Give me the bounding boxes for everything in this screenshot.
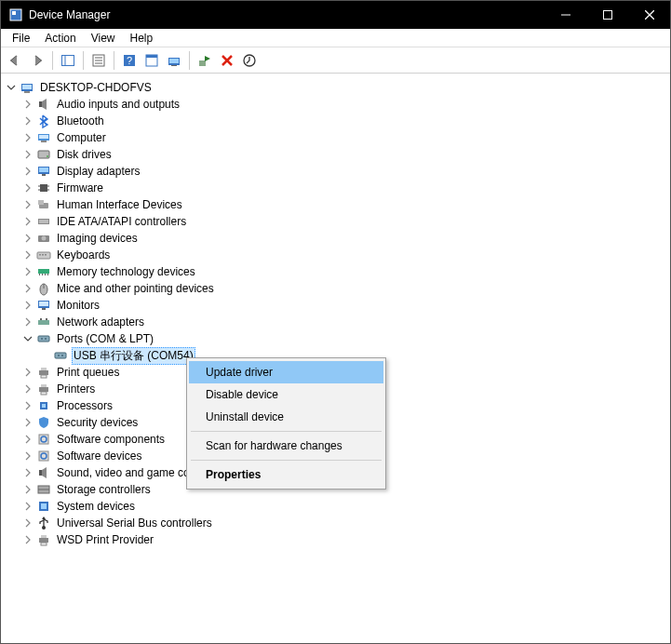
window-controls (544, 1, 670, 29)
svg-rect-1 (12, 11, 16, 15)
tree-node-cat-11[interactable]: Mice and other pointing devices (3, 280, 668, 297)
network-icon (36, 315, 51, 329)
svg-rect-3 (603, 11, 611, 20)
tree-node-cat-13[interactable]: Network adapters (3, 314, 668, 330)
chevron-right-icon[interactable] (23, 267, 36, 276)
chevron-right-icon[interactable] (23, 116, 36, 126)
tree-node-label: Audio inputs and outputs (55, 98, 181, 111)
show-hidden-button[interactable] (58, 50, 78, 71)
scan-hardware-button[interactable] (164, 50, 184, 71)
chevron-down-icon[interactable] (7, 83, 20, 92)
forward-button[interactable] (27, 50, 47, 71)
chevron-right-icon[interactable] (23, 200, 36, 209)
chevron-right-icon[interactable] (23, 401, 36, 410)
menubar: File Action View Help (1, 29, 670, 47)
svg-rect-85 (41, 503, 47, 509)
context-menu-separator (191, 460, 382, 461)
chevron-right-icon[interactable] (23, 435, 36, 444)
chevron-right-icon[interactable] (23, 250, 36, 260)
svg-rect-18 (171, 65, 177, 66)
uninstall-button[interactable] (217, 50, 237, 71)
chevron-right-icon[interactable] (23, 150, 36, 159)
chevron-right-icon[interactable] (23, 451, 36, 461)
tree-node-root[interactable]: DESKTOP-CHDOFVS (3, 79, 668, 96)
tree-node-cat-12[interactable]: Monitors (3, 297, 668, 314)
chevron-down-icon[interactable] (23, 334, 36, 343)
properties-button[interactable] (88, 50, 109, 71)
svg-rect-19 (199, 60, 206, 66)
tree-node-cat-5[interactable]: Firmware (3, 180, 668, 196)
tree-node-cat-9[interactable]: Keyboards (3, 247, 668, 263)
svg-rect-62 (46, 318, 47, 320)
chevron-right-icon[interactable] (23, 468, 36, 477)
chevron-right-icon[interactable] (23, 518, 36, 528)
tree-node-cat-8[interactable]: Imaging devices (3, 230, 668, 247)
svg-rect-35 (40, 184, 47, 192)
context-menu-item-properties[interactable]: Properties (189, 463, 383, 486)
chevron-right-icon[interactable] (23, 133, 36, 142)
cpu-icon (36, 398, 51, 413)
svg-rect-63 (38, 336, 49, 342)
tree-node-label: Network adapters (55, 315, 146, 329)
toolbar-separator (189, 51, 190, 70)
chevron-right-icon[interactable] (23, 234, 36, 243)
tree-node-label: Imaging devices (55, 232, 140, 245)
menu-action[interactable]: Action (37, 30, 83, 47)
tree-node-cat-2[interactable]: Computer (3, 129, 668, 146)
sw-icon (36, 449, 51, 463)
chevron-right-icon[interactable] (23, 183, 36, 193)
close-button[interactable] (628, 1, 670, 29)
chevron-right-icon[interactable] (23, 502, 36, 511)
context-menu-item-disable-device[interactable]: Disable device (189, 383, 383, 406)
chevron-right-icon[interactable] (23, 485, 36, 494)
tree-node-cat-25[interactable]: WSD Print Provider (3, 531, 668, 548)
context-menu-item-scan-for-hardware-changes[interactable]: Scan for hardware changes (189, 435, 383, 457)
svg-rect-76 (42, 404, 46, 408)
tree-node-label: System devices (55, 500, 137, 513)
tree-node-cat-0[interactable]: Audio inputs and outputs (3, 96, 668, 113)
speaker-icon (36, 465, 51, 480)
menu-view[interactable]: View (84, 30, 123, 47)
svg-point-67 (58, 355, 60, 356)
chevron-right-icon[interactable] (23, 535, 36, 544)
tree-node-label: Security devices (55, 416, 140, 429)
tree-node-cat-24[interactable]: Universal Serial Bus controllers (3, 515, 668, 531)
chevron-right-icon[interactable] (23, 317, 36, 327)
update-driver-button[interactable] (239, 50, 260, 71)
tree-node-cat-7[interactable]: IDE ATA/ATAPI controllers (3, 213, 668, 230)
help-button[interactable]: ? (119, 50, 140, 71)
minimize-button[interactable] (544, 1, 586, 29)
enable-button[interactable] (195, 50, 215, 71)
maximize-button[interactable] (586, 1, 628, 29)
svg-rect-60 (38, 320, 49, 325)
chevron-right-icon[interactable] (23, 100, 36, 109)
svg-rect-74 (41, 392, 47, 395)
tree-node-cat-1[interactable]: Bluetooth (3, 113, 668, 129)
chevron-right-icon[interactable] (23, 167, 36, 176)
svg-rect-69 (39, 370, 48, 375)
svg-rect-28 (39, 135, 48, 139)
back-button[interactable] (5, 50, 25, 71)
tree-node-cat-23[interactable]: System devices (3, 498, 668, 515)
sw-icon (36, 432, 51, 447)
chevron-right-icon[interactable] (23, 418, 36, 427)
menu-file[interactable]: File (5, 30, 37, 47)
chevron-right-icon[interactable] (23, 301, 36, 310)
tree-node-cat-4[interactable]: Display adapters (3, 163, 668, 180)
chevron-right-icon[interactable] (23, 284, 36, 293)
context-menu-item-update-driver[interactable]: Update driver (189, 361, 383, 383)
svg-rect-49 (45, 254, 47, 256)
chevron-right-icon[interactable] (23, 368, 36, 377)
tree-node-cat-3[interactable]: Disk drives (3, 146, 668, 163)
context-menu-item-uninstall-device[interactable]: Uninstall device (189, 406, 383, 428)
chevron-right-icon[interactable] (23, 384, 36, 394)
chevron-right-icon[interactable] (23, 217, 36, 226)
menu-help[interactable]: Help (123, 30, 161, 47)
tree-node-label: Processors (55, 399, 114, 412)
tree-node-cat-14[interactable]: Ports (COM & LPT) (3, 330, 668, 347)
context-menu: Update driverDisable deviceUninstall dev… (186, 357, 386, 490)
svg-rect-54 (47, 274, 48, 275)
tree-node-cat-10[interactable]: Memory technology devices (3, 263, 668, 280)
toolbar-button-5[interactable] (141, 50, 162, 71)
tree-node-cat-6[interactable]: Human Interface Devices (3, 196, 668, 213)
